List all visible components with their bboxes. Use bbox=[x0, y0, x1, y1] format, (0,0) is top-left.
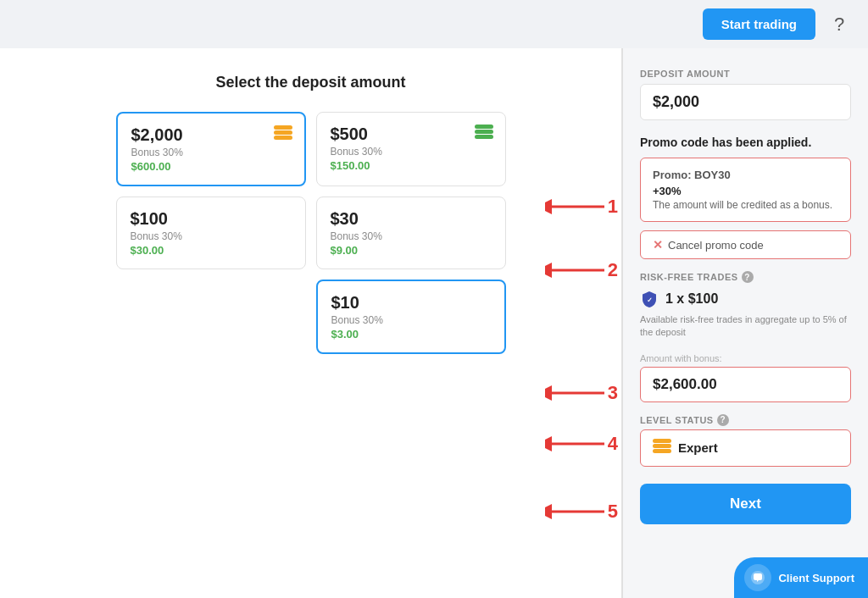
right-panel: DEPOSIT AMOUNT $2,000 Promo code has bee… bbox=[622, 48, 868, 598]
deposit-amount-label: DEPOSIT AMOUNT bbox=[640, 69, 851, 79]
deposit-card-100[interactable]: $100 Bonus 30% $30.00 bbox=[116, 197, 306, 269]
level-status-label-text: LEVEL STATUS bbox=[640, 415, 714, 425]
promo-description: The amount will be credited as a bonus. bbox=[653, 199, 838, 211]
svg-rect-3 bbox=[475, 125, 493, 129]
deposit-card-500[interactable]: $500 Bonus 30% $150.00 bbox=[316, 112, 506, 186]
risk-free-row: ✓ 1 x $100 bbox=[640, 290, 851, 308]
svg-rect-8 bbox=[653, 444, 671, 448]
page-title: Select the deposit amount bbox=[215, 74, 405, 91]
card-amount: $2,000 bbox=[131, 125, 291, 145]
card-bonus-value: $3.00 bbox=[331, 328, 491, 341]
card-amount: $10 bbox=[331, 293, 491, 313]
deposit-card-10[interactable]: $10 Bonus 30% $3.00 bbox=[316, 280, 506, 354]
main-layout: Select the deposit amount $2,000 Bonus 3… bbox=[0, 48, 868, 598]
svg-text:✓: ✓ bbox=[647, 296, 653, 304]
shield-icon: ✓ bbox=[640, 290, 659, 308]
risk-free-label-text: RISK-FREE TRADES bbox=[640, 272, 738, 282]
level-status-label: LEVEL STATUS ? bbox=[640, 414, 851, 426]
amount-with-bonus-value: $2,600.00 bbox=[640, 367, 851, 402]
risk-free-info-icon: ? bbox=[742, 271, 754, 283]
card-amount: $100 bbox=[131, 209, 292, 229]
card-bonus-value: $30.00 bbox=[131, 244, 292, 257]
cancel-x-icon: ✕ bbox=[653, 238, 663, 252]
promo-percent: +30% bbox=[653, 185, 838, 197]
card-bonus-label: Bonus 30% bbox=[331, 314, 491, 326]
level-status-box: Expert bbox=[640, 429, 851, 467]
svg-rect-0 bbox=[274, 125, 292, 130]
top-bar: Start trading ? bbox=[0, 0, 868, 48]
svg-rect-2 bbox=[274, 136, 292, 140]
card-amount: $500 bbox=[331, 125, 492, 144]
cancel-promo-button[interactable]: ✕ Cancel promo code bbox=[640, 230, 851, 259]
level-status-info-icon: ? bbox=[717, 414, 729, 426]
card-bonus-label: Bonus 30% bbox=[331, 146, 492, 158]
risk-free-amount: 1 x $100 bbox=[665, 291, 718, 307]
support-chat-icon bbox=[744, 564, 771, 591]
card-bonus-value: $600.00 bbox=[131, 160, 291, 173]
deposit-card-2000[interactable]: $2,000 Bonus 30% $600.00 bbox=[116, 112, 306, 186]
svg-rect-9 bbox=[653, 449, 671, 453]
cancel-promo-label: Cancel promo code bbox=[668, 239, 764, 252]
start-trading-button[interactable]: Start trading bbox=[703, 8, 815, 40]
svg-rect-4 bbox=[475, 130, 493, 134]
stack-green-icon bbox=[475, 125, 493, 144]
support-label: Client Support bbox=[778, 572, 854, 584]
svg-rect-5 bbox=[475, 135, 493, 139]
card-bonus-value: $150.00 bbox=[331, 159, 492, 172]
amount-with-bonus-label: Amount with bonus: bbox=[640, 353, 851, 363]
card-bonus-value: $9.00 bbox=[331, 244, 492, 257]
card-bonus-label: Bonus 30% bbox=[131, 147, 291, 158]
level-icon bbox=[653, 439, 671, 457]
svg-rect-1 bbox=[274, 130, 292, 135]
client-support-button[interactable]: Client Support bbox=[734, 557, 868, 598]
deposit-card-30[interactable]: $30 Bonus 30% $9.00 bbox=[316, 197, 506, 269]
promo-applied-text: Promo code has been applied. bbox=[640, 136, 851, 149]
deposit-grid: $2,000 Bonus 30% $600.00 $500 Bonus 30% bbox=[116, 112, 506, 354]
promo-code-line: Promo: BOY30 bbox=[653, 169, 838, 181]
left-panel: Select the deposit amount $2,000 Bonus 3… bbox=[0, 48, 621, 598]
stack-gold-icon bbox=[274, 125, 292, 145]
card-bonus-label: Bonus 30% bbox=[331, 230, 492, 242]
level-name: Expert bbox=[678, 440, 718, 455]
card-amount: $30 bbox=[331, 209, 492, 229]
deposit-amount-value: $2,000 bbox=[640, 84, 851, 120]
help-button[interactable]: ? bbox=[824, 9, 854, 40]
svg-rect-7 bbox=[653, 439, 671, 443]
risk-free-note: Available risk-free trades in aggregate … bbox=[640, 313, 851, 340]
card-bonus-label: Bonus 30% bbox=[131, 230, 292, 242]
promo-box: Promo: BOY30 +30% The amount will be cre… bbox=[640, 158, 851, 222]
next-button[interactable]: Next bbox=[640, 484, 851, 524]
risk-free-label: RISK-FREE TRADES ? bbox=[640, 271, 851, 283]
